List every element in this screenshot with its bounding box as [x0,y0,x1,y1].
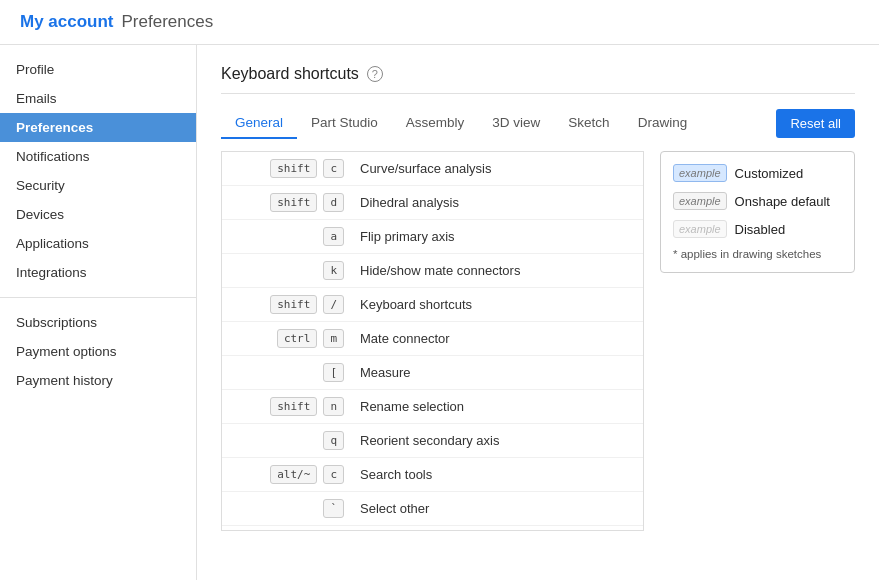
legend-item: exampleOnshape default [673,192,842,210]
key-badge: / [323,295,344,314]
main-layout: ProfileEmailsPreferencesNotificationsSec… [0,45,879,580]
keys-area: ctrlm [234,329,344,348]
sidebar: ProfileEmailsPreferencesNotificationsSec… [0,45,197,580]
keys-area: alt/~c [234,465,344,484]
legend-label: Onshape default [735,194,830,209]
myaccount-link[interactable]: My account [20,12,114,32]
shortcut-label: Reorient secondary axis [360,433,499,448]
legend-label: Customized [735,166,804,181]
sidebar-item-profile[interactable]: Profile [0,55,196,84]
tab-drawing[interactable]: Drawing [624,108,702,139]
key-badge: shift [270,193,317,212]
sidebar-divider [0,297,196,298]
page-header: My account Preferences [0,0,879,45]
tab-assembly[interactable]: Assembly [392,108,479,139]
tab-sketch[interactable]: Sketch [554,108,623,139]
key-badge: m [323,329,344,348]
help-icon[interactable]: ? [367,66,383,82]
key-badge: a [323,227,344,246]
keys-area: q [234,431,344,450]
legend-item: exampleDisabled [673,220,842,238]
shortcuts-table[interactable]: shiftcCurve/surface analysisshiftdDihedr… [221,151,644,531]
section-header: Keyboard shortcuts ? [221,65,855,94]
shortcut-label: Keyboard shortcuts [360,297,472,312]
shortcuts-area: shiftcCurve/surface analysisshiftdDihedr… [221,151,855,531]
shortcut-row[interactable]: `Select other [222,492,643,526]
key-badge: c [323,159,344,178]
sidebar-item-emails[interactable]: Emails [0,84,196,113]
sidebar-item-payment-options[interactable]: Payment options [0,337,196,366]
sidebar-bottom-section: SubscriptionsPayment optionsPayment hist… [0,308,196,395]
shortcut-label: Flip primary axis [360,229,455,244]
shortcut-label: Mate connector [360,331,450,346]
key-badge: alt/~ [270,465,317,484]
tab-3d-view[interactable]: 3D view [478,108,554,139]
shortcut-label: Search tools [360,467,432,482]
shortcut-row[interactable]: shiftdDihedral analysis [222,186,643,220]
shortcut-label: Select other [360,501,429,516]
keys-area: ` [234,499,344,518]
key-badge: shift [270,159,317,178]
key-badge: k [323,261,344,280]
keys-area: shiftd [234,193,344,212]
shortcut-row[interactable]: shiftcCurve/surface analysis [222,152,643,186]
legend-item: exampleCustomized [673,164,842,182]
keys-area: shiftn [234,397,344,416]
key-badge: n [323,397,344,416]
tab-part-studio[interactable]: Part Studio [297,108,392,139]
shortcut-row[interactable]: ctrlmMate connector [222,322,643,356]
key-badge: shift [270,295,317,314]
shortcut-label: Curve/surface analysis [360,161,492,176]
tabs-row: GeneralPart StudioAssembly3D viewSketchD… [221,108,855,139]
sidebar-item-payment-history[interactable]: Payment history [0,366,196,395]
key-badge: ctrl [277,329,318,348]
keys-area: shift/ [234,295,344,314]
shortcut-row[interactable]: qReorient secondary axis [222,424,643,458]
keys-area: a [234,227,344,246]
shortcut-row[interactable]: [Measure [222,356,643,390]
key-badge: c [323,465,344,484]
legend-note: * applies in drawing sketches [673,248,842,260]
legend-key: example [673,220,727,238]
legend-box: exampleCustomizedexampleOnshape defaulte… [660,151,855,273]
reset-all-button[interactable]: Reset all [776,109,855,138]
key-badge: d [323,193,344,212]
sidebar-item-preferences[interactable]: Preferences [0,113,196,142]
keys-area: shiftc [234,159,344,178]
sidebar-item-applications[interactable]: Applications [0,229,196,258]
sidebar-item-integrations[interactable]: Integrations [0,258,196,287]
shortcut-row[interactable]: alt/~tTab manager [222,526,643,531]
tabs-list: GeneralPart StudioAssembly3D viewSketchD… [221,108,776,139]
sidebar-item-notifications[interactable]: Notifications [0,142,196,171]
shortcut-row[interactable]: aFlip primary axis [222,220,643,254]
tab-general[interactable]: General [221,108,297,139]
legend-key: example [673,192,727,210]
legend-label: Disabled [735,222,786,237]
shortcut-label: Rename selection [360,399,464,414]
shortcut-label: Measure [360,365,411,380]
sidebar-top-section: ProfileEmailsPreferencesNotificationsSec… [0,55,196,287]
key-badge: shift [270,397,317,416]
shortcut-row[interactable]: shift/Keyboard shortcuts [222,288,643,322]
keys-area: k [234,261,344,280]
sidebar-item-devices[interactable]: Devices [0,200,196,229]
legend-panel: exampleCustomizedexampleOnshape defaulte… [660,151,855,531]
main-content: Keyboard shortcuts ? GeneralPart StudioA… [197,45,879,580]
sidebar-item-subscriptions[interactable]: Subscriptions [0,308,196,337]
shortcut-row[interactable]: alt/~cSearch tools [222,458,643,492]
page-title: Preferences [122,12,214,32]
key-badge: [ [323,363,344,382]
shortcut-label: Dihedral analysis [360,195,459,210]
shortcut-row[interactable]: kHide/show mate connectors [222,254,643,288]
key-badge: ` [323,499,344,518]
keys-area: [ [234,363,344,382]
shortcut-label: Hide/show mate connectors [360,263,520,278]
key-badge: q [323,431,344,450]
sidebar-item-security[interactable]: Security [0,171,196,200]
shortcut-row[interactable]: shiftnRename selection [222,390,643,424]
section-title: Keyboard shortcuts [221,65,359,83]
legend-key: example [673,164,727,182]
